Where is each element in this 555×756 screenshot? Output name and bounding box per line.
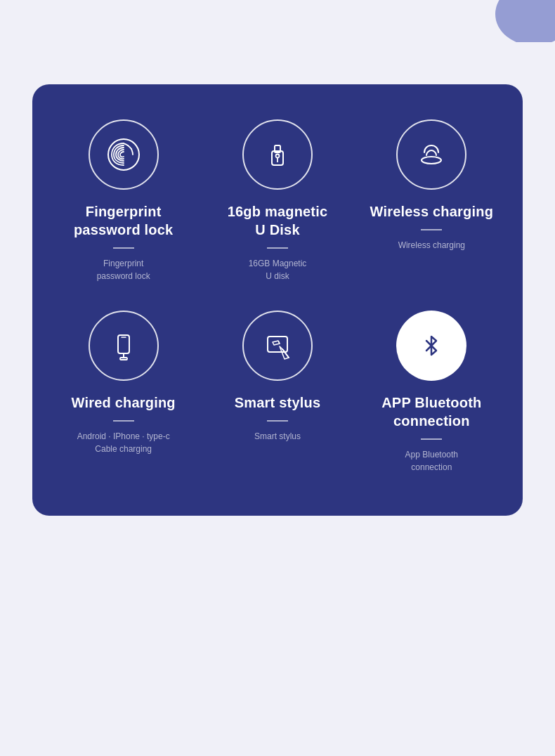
stylus-desc: Smart stylus xyxy=(254,430,301,443)
stylus-icon-circle xyxy=(242,311,313,381)
bluetooth-icon xyxy=(412,327,450,365)
udisk-desc: 16GB MagneticU disk xyxy=(249,257,307,282)
stylus-divider xyxy=(267,420,288,422)
fingerprint-title: Fingerprint password lock xyxy=(53,202,193,239)
udisk-title: 16gb magneticU Disk xyxy=(228,202,328,239)
wireless-desc: Wireless charging xyxy=(398,239,465,252)
wired-divider xyxy=(113,420,134,422)
top-decoration xyxy=(471,0,555,42)
wireless-charging-icon xyxy=(412,136,450,174)
udisk-icon-circle xyxy=(242,119,313,190)
feature-wired: Wired charging Android · IPhone · type-c… xyxy=(53,311,193,474)
top-area xyxy=(0,0,555,84)
feature-fingerprint: Fingerprint password lock Fingerprintpas… xyxy=(53,119,193,282)
feature-bluetooth: APP Bluetoothconnection App Bluetoothcon… xyxy=(362,311,502,474)
stylus-title: Smart stylus xyxy=(235,393,320,412)
wireless-divider xyxy=(421,229,442,230)
bluetooth-desc: App Bluetoothconnection xyxy=(405,448,458,474)
svg-point-6 xyxy=(422,157,441,164)
wired-desc: Android · IPhone · type-cCable charging xyxy=(77,430,170,455)
wired-icon-circle xyxy=(89,311,159,381)
wireless-title: Wireless charging xyxy=(370,202,494,221)
wired-charging-icon xyxy=(105,327,143,365)
feature-wireless: Wireless charging Wireless charging xyxy=(362,119,502,282)
wired-title: Wired charging xyxy=(72,393,176,412)
features-grid: Fingerprint password lock Fingerprintpas… xyxy=(53,119,502,474)
feature-udisk: 16gb magneticU Disk 16GB MagneticU disk xyxy=(207,119,347,282)
svg-rect-7 xyxy=(118,335,129,353)
bluetooth-icon-circle xyxy=(396,311,466,381)
stylus-icon xyxy=(259,327,296,365)
bluetooth-title: APP Bluetoothconnection xyxy=(381,393,481,430)
fingerprint-icon xyxy=(105,136,143,174)
svg-line-13 xyxy=(278,341,280,344)
svg-rect-10 xyxy=(120,358,127,360)
fingerprint-desc: Fingerprintpassword lock xyxy=(97,257,150,282)
udisk-icon xyxy=(259,136,296,174)
main-card: Fingerprint password lock Fingerprintpas… xyxy=(32,84,523,516)
wireless-icon-circle xyxy=(396,119,466,190)
udisk-divider xyxy=(267,247,288,249)
feature-stylus: Smart stylus Smart stylus xyxy=(207,311,347,474)
fingerprint-icon-circle xyxy=(89,119,159,190)
svg-point-0 xyxy=(495,0,555,42)
fingerprint-divider xyxy=(113,247,134,249)
svg-point-4 xyxy=(275,155,279,158)
bluetooth-divider xyxy=(421,438,442,440)
